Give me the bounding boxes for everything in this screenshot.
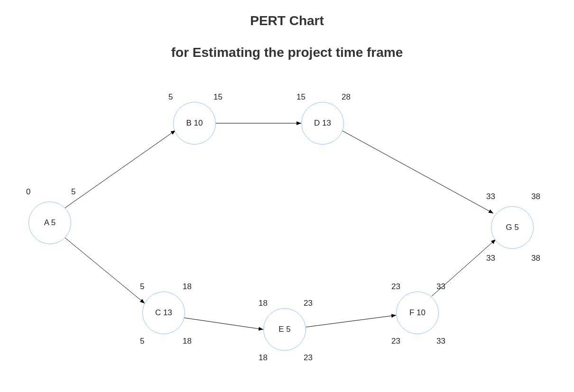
chart-title-line2: for Estimating the project time frame	[0, 45, 574, 60]
edge-e-f	[306, 315, 396, 327]
node-d-es: 15	[296, 92, 306, 102]
node-c-label: C 13	[155, 308, 172, 318]
node-d: D 13	[301, 102, 344, 145]
node-g-es: 33	[486, 192, 495, 201]
node-a-es: 0	[26, 187, 30, 197]
edge-c-e	[183, 318, 263, 329]
node-d-label: D 13	[314, 119, 331, 128]
node-g: G 5	[491, 206, 534, 249]
chart-title-line1: PERT Chart	[0, 13, 574, 28]
node-a: A 5	[28, 201, 71, 244]
edge-a-c	[64, 237, 145, 303]
node-e-lf: 23	[304, 353, 313, 363]
node-c-lf: 18	[183, 337, 192, 346]
node-f-ls: 23	[391, 337, 400, 346]
edge-a-b	[64, 130, 176, 209]
node-f: F 10	[396, 292, 439, 334]
node-f-ef: 33	[436, 282, 445, 292]
node-g-ls: 33	[486, 254, 495, 263]
node-f-es: 23	[391, 282, 400, 292]
node-a-ef: 5	[71, 187, 75, 197]
node-f-lf: 33	[436, 337, 445, 346]
node-e-label: E 5	[278, 325, 291, 334]
node-e-ef: 23	[304, 299, 313, 308]
node-f-label: F 10	[409, 308, 426, 318]
node-e-ls: 18	[259, 353, 268, 363]
node-d-ef: 28	[342, 92, 351, 102]
node-b-es: 5	[168, 92, 173, 102]
node-g-lf: 38	[531, 254, 540, 263]
node-c-ef: 18	[183, 282, 192, 292]
node-a-label: A 5	[44, 218, 56, 228]
node-c-es: 5	[140, 282, 144, 292]
edge-d-g	[342, 130, 493, 213]
node-g-ef: 38	[531, 192, 540, 201]
node-b: B 10	[173, 102, 216, 145]
node-b-ef: 15	[213, 92, 222, 102]
node-e-es: 18	[259, 299, 268, 308]
node-c: C 13	[142, 292, 185, 334]
node-g-label: G 5	[506, 223, 518, 232]
node-e: E 5	[263, 308, 306, 351]
node-c-ls: 5	[140, 337, 144, 346]
node-b-label: B 10	[186, 119, 203, 128]
